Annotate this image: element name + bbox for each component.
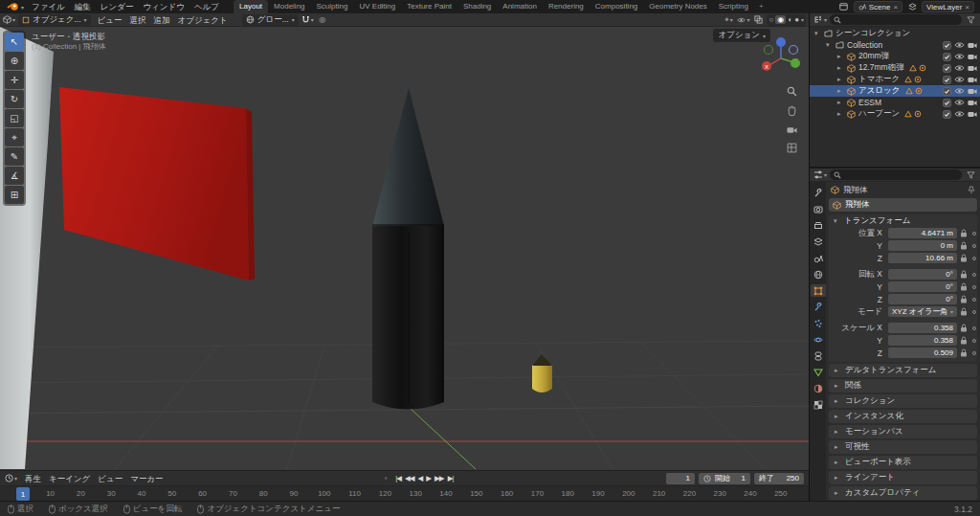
number-field[interactable]: 0.358 <box>888 335 957 346</box>
lock-icon[interactable] <box>957 229 969 237</box>
world-tab[interactable] <box>811 268 826 280</box>
rotate-tool[interactable]: ↻ <box>5 90 24 108</box>
filter-icon[interactable] <box>965 169 976 181</box>
timeline-menu-3[interactable]: マーカー <box>126 472 167 485</box>
workspace-tab-animation[interactable]: Animation <box>497 0 543 13</box>
camera-icon[interactable] <box>968 87 977 95</box>
lock-icon[interactable] <box>957 282 969 291</box>
animate-dot-icon[interactable] <box>969 244 978 248</box>
checkbox-icon[interactable] <box>943 53 951 61</box>
timeline-ruler[interactable]: 1102030405060708090100110120130140150160… <box>0 485 809 501</box>
timeline-menu-1[interactable]: キーイング <box>45 472 94 485</box>
camera-icon[interactable] <box>968 53 977 60</box>
viewport-menu-2[interactable]: 追加 <box>150 13 174 27</box>
panel-section-6[interactable]: ▸ビューポート表示 <box>829 456 977 469</box>
scene-tab[interactable] <box>811 252 826 264</box>
play-reverse-button[interactable]: ◀ <box>418 474 423 482</box>
workspace-tab-compositing[interactable]: Compositing <box>590 0 643 13</box>
pin-icon[interactable] <box>968 186 975 194</box>
mode-dropdown[interactable]: オブジェク... ▾ <box>18 14 91 26</box>
outliner-row-object[interactable]: ▸ESSM <box>810 97 980 108</box>
disclosure-icon[interactable]: ▸ <box>837 64 844 72</box>
output-tab[interactable] <box>811 219 826 232</box>
snap-magnet-icon[interactable]: ▾ <box>301 14 314 26</box>
outliner-editor-icon[interactable]: ▾ <box>813 14 827 26</box>
shading-rendered-icon[interactable]: ● <box>794 15 799 24</box>
material-tab[interactable] <box>811 382 826 394</box>
animate-dot-icon[interactable] <box>969 273 978 277</box>
workspace-tab-geometry-nodes[interactable]: Geometry Nodes <box>643 0 712 13</box>
eye-icon[interactable] <box>954 99 965 106</box>
missile-object[interactable] <box>372 88 444 410</box>
camera-view-icon[interactable] <box>787 125 797 134</box>
checkbox-icon[interactable] <box>943 76 951 84</box>
move-tool[interactable]: ✛ <box>5 71 24 89</box>
eye-icon[interactable] <box>954 64 965 72</box>
workspace-tab-rendering[interactable]: Rendering <box>543 0 590 13</box>
properties-editor-icon[interactable]: ▾ <box>813 169 827 181</box>
render-tab[interactable] <box>811 203 826 215</box>
number-field[interactable]: 0 m <box>888 240 957 251</box>
jump-end-button[interactable]: ▶| <box>448 474 454 482</box>
number-field[interactable]: 0.509 <box>888 348 957 358</box>
disclosure-icon[interactable]: ▸ <box>837 76 844 83</box>
current-frame-field[interactable]: 1 <box>666 473 695 484</box>
lock-icon[interactable] <box>957 348 969 357</box>
disclosure-icon[interactable]: ▾ <box>814 30 821 37</box>
viewport-menu-3[interactable]: オブジェクト <box>174 13 232 27</box>
workspace-tab-uv-editing[interactable]: UV Editing <box>353 0 401 13</box>
add-workspace-button[interactable]: + <box>754 0 768 13</box>
number-field[interactable]: 0.358 <box>888 323 957 333</box>
checkbox-icon[interactable] <box>943 64 951 73</box>
tool-tab[interactable] <box>811 187 826 199</box>
panel-section-3[interactable]: ▸インスタンス化 <box>829 410 977 423</box>
constraints-tab[interactable] <box>811 349 826 362</box>
shading-solid-icon[interactable]: ◉ <box>775 15 786 24</box>
animate-dot-icon[interactable] <box>969 232 978 236</box>
outliner-row-object[interactable]: ▸トマホーク <box>810 74 980 85</box>
timeline-editor-icon[interactable]: ▾ <box>5 473 17 484</box>
panel-section-1[interactable]: ▸関係 <box>829 379 977 393</box>
scene-selector[interactable]: Scene × <box>854 1 902 12</box>
cursor-tool[interactable]: ⊕ <box>5 52 24 70</box>
viewport-menu-0[interactable]: ビュー <box>94 13 126 27</box>
xray-toggle-icon[interactable] <box>752 14 764 26</box>
panel-section-0[interactable]: ▸デルタトランスフォーム <box>829 364 977 377</box>
animate-dot-icon[interactable] <box>969 298 978 302</box>
workspace-tab-modeling[interactable]: Modeling <box>268 0 310 13</box>
checkbox-icon[interactable] <box>943 87 951 96</box>
auto-keying-icon[interactable]: ◦ <box>380 473 391 484</box>
gizmos-toggle-icon[interactable]: ⌖▾ <box>723 14 734 26</box>
outliner-row-object[interactable]: ▸20mm弾 <box>810 51 980 62</box>
viewport-menu-1[interactable]: 選択 <box>126 13 150 27</box>
scene-collection-row[interactable]: ▾ シーンコレクション <box>810 28 980 39</box>
lock-icon[interactable] <box>957 254 969 262</box>
workspace-tab-texture-paint[interactable]: Texture Paint <box>401 0 457 13</box>
object-name-field[interactable]: 飛翔体 <box>829 198 977 212</box>
add-cube-tool[interactable]: ⊞ <box>5 186 24 204</box>
eye-icon[interactable] <box>954 87 965 95</box>
measure-tool[interactable]: ∡ <box>5 167 24 185</box>
lock-icon[interactable] <box>957 324 969 332</box>
panel-section-8[interactable]: ▸カスタムプロパティ <box>829 486 977 500</box>
outliner-row-object[interactable]: ▸12.7mm砲弾 <box>810 62 980 74</box>
scale-tool[interactable]: ◱ <box>5 109 24 127</box>
camera-icon[interactable] <box>968 76 977 83</box>
overlays-toggle-icon[interactable]: ▾ <box>737 14 749 26</box>
eye-icon[interactable] <box>954 76 965 83</box>
lock-icon[interactable] <box>957 270 969 279</box>
select-box-tool[interactable]: ↖ <box>5 33 24 51</box>
transform-tool[interactable]: ⌖ <box>5 128 24 146</box>
workspace-tab-sculpting[interactable]: Sculpting <box>311 0 354 13</box>
disclosure-icon[interactable]: ▾ <box>826 41 833 49</box>
number-field[interactable]: 4.6471 m <box>888 228 957 238</box>
frame-end-field[interactable]: 終了 250 <box>754 473 804 484</box>
rotation-mode-dropdown[interactable]: XYZ オイラー角▾ <box>888 306 957 317</box>
panel-section-2[interactable]: ▸コレクション <box>829 394 977 408</box>
workspace-tab-layout[interactable]: Layout <box>234 0 268 13</box>
frame-start-field[interactable]: 開始 1 <box>699 473 750 484</box>
disclosure-icon[interactable]: ▸ <box>837 87 844 95</box>
number-field[interactable]: 0° <box>888 269 957 280</box>
lock-icon[interactable] <box>957 336 969 345</box>
particles-tab[interactable] <box>811 317 826 329</box>
